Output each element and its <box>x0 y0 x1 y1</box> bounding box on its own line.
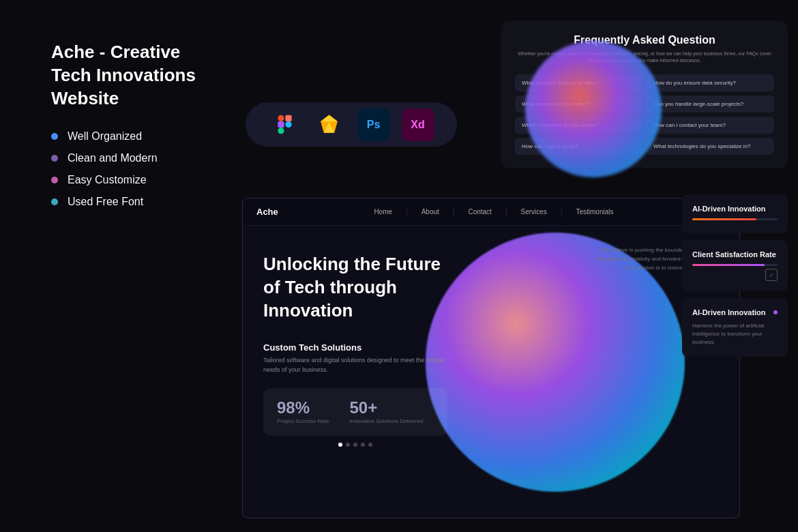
client-satisfaction-card: Client Satisfaction Rate ✓ <box>682 240 788 291</box>
checkbox-icon[interactable]: ✓ <box>765 269 778 281</box>
hero-feature-desc: Tailored software and digital solutions … <box>263 356 447 374</box>
svg-rect-1 <box>285 115 291 121</box>
progress-bar-container-1 <box>692 218 778 220</box>
main-title: Ache - Creative Tech Innovations Website <box>51 41 211 110</box>
hero-feature: Custom Tech Solutions Tailored software … <box>263 342 447 374</box>
stat-label-1: Project Success Rate <box>277 417 329 425</box>
svg-rect-3 <box>278 128 284 134</box>
stat-solutions: 50+ Innovative Solutions Delivered <box>349 398 423 425</box>
faq-title: Frequently Asked Question <box>515 34 774 46</box>
feature-free-font: Used Free Font <box>51 196 211 208</box>
faq-item-4[interactable]: Can you handle large-scale projects? <box>647 95 774 113</box>
feature-clean-modern: Clean and Modern <box>51 152 211 164</box>
dot-2[interactable] <box>346 443 350 447</box>
ai-driven-card: AI-Driven Innovation <box>682 194 788 233</box>
faq-3d-shape <box>525 41 662 177</box>
svg-rect-2 <box>278 121 284 128</box>
main-mockup: Ache Home | About | Contact | Services |… <box>242 198 740 518</box>
sketch-icon <box>313 108 346 141</box>
dot-3[interactable] <box>353 443 357 447</box>
left-panel: Ache - Creative Tech Innovations Website… <box>0 0 232 532</box>
svg-point-4 <box>285 121 291 128</box>
feature-label-4: Used Free Font <box>68 196 143 208</box>
hero-left-content: Unlocking the Future of Tech through Inn… <box>243 226 468 518</box>
faq-item-6[interactable]: How can I contact your team? <box>647 117 774 134</box>
hero-feature-title: Custom Tech Solutions <box>263 342 447 353</box>
stat-label-2: Innovative Solutions Delivered <box>349 417 423 425</box>
feature-easy-customize: Easy Customize <box>51 174 211 186</box>
stat-success-rate: 98% Project Success Rate <box>277 398 329 425</box>
feature-dot-pink <box>51 177 58 183</box>
client-satisfaction-title: Client Satisfaction Rate <box>692 250 778 258</box>
xd-icon: Xd <box>402 108 434 141</box>
tools-bar: Ps Xd <box>246 102 457 147</box>
dot-1[interactable] <box>338 443 342 447</box>
progress-bar-pink <box>692 264 765 266</box>
dot-5[interactable] <box>368 443 372 447</box>
figma-icon <box>269 108 301 141</box>
faq-item-2[interactable]: How do you ensure data security? <box>647 74 774 91</box>
hero-stats: 98% Project Success Rate 50+ Innovative … <box>263 388 447 435</box>
ai-driven-title: AI-Driven Innovation <box>692 205 778 213</box>
nav-sep-2: | <box>453 208 455 216</box>
svg-rect-0 <box>278 115 284 121</box>
mockup-hero: Unlocking the Future of Tech through Inn… <box>243 226 739 518</box>
nav-about[interactable]: About <box>422 208 439 216</box>
nav-services[interactable]: Services <box>521 208 547 216</box>
nav-sep-3: | <box>505 208 507 216</box>
faq-item-8[interactable]: What technologies do you specialize in? <box>647 138 774 155</box>
right-panel: AI-Driven Innovation Client Satisfaction… <box>682 194 788 357</box>
checkmark-icon: ✓ <box>769 271 774 279</box>
mockup-logo: Ache <box>256 207 278 217</box>
hero-title: Unlocking the Future of Tech through Inn… <box>263 253 447 322</box>
svg-marker-8 <box>321 115 329 122</box>
nav-home[interactable]: Home <box>374 208 392 216</box>
stat-number-1: 98% <box>277 398 329 417</box>
progress-bar-container-2 <box>692 264 778 266</box>
ai-innovation-card: AI-Driven Innovation Harness the power o… <box>682 298 788 357</box>
feature-dot-blue <box>51 133 58 140</box>
feature-dot-purple <box>51 155 58 162</box>
feature-well-organized: Well Organized <box>51 130 211 143</box>
svg-marker-7 <box>329 115 338 122</box>
ai-card-indicator <box>773 310 778 314</box>
feature-label-3: Easy Customize <box>68 174 147 186</box>
mockup-navbar: Ache Home | About | Contact | Services |… <box>243 198 739 226</box>
feature-dot-teal <box>51 198 58 205</box>
nav-contact[interactable]: Contact <box>468 208 491 216</box>
stat-number-2: 50+ <box>349 398 423 417</box>
dot-4[interactable] <box>361 443 365 447</box>
photoshop-icon: Ps <box>357 108 390 141</box>
feature-label-2: Clean and Modern <box>68 152 158 164</box>
ai-card-title: AI-Driven Innovation <box>692 308 766 316</box>
feature-list: Well Organized Clean and Modern Easy Cus… <box>51 130 211 208</box>
ai-card-header: AI-Driven Innovation <box>692 308 778 316</box>
ai-card-desc: Harness the power of artificial intellig… <box>692 322 778 346</box>
nav-sep-4: | <box>561 208 563 216</box>
feature-label-1: Well Organized <box>68 130 142 143</box>
nav-sep-1: | <box>406 208 408 216</box>
carousel-dots <box>263 443 447 447</box>
nav-testimonials[interactable]: Testimonials <box>576 208 613 216</box>
mockup-nav-links: Home | About | Contact | Services | Test… <box>306 208 682 216</box>
progress-bar-orange <box>692 218 756 220</box>
